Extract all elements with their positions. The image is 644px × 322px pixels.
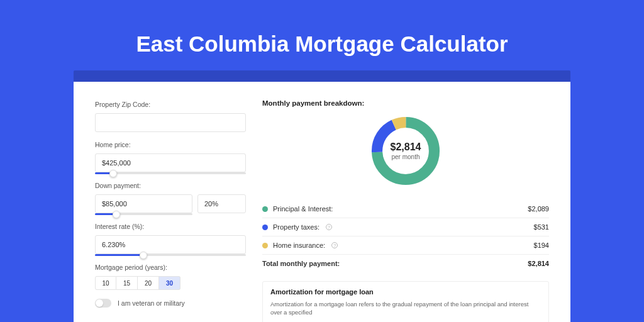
veteran-toggle-knob: [96, 299, 103, 307]
breakdown-column: Monthly payment breakdown: $2,814 per mo…: [262, 99, 549, 322]
rate-slider[interactable]: [95, 254, 246, 256]
down-slider-thumb[interactable]: [113, 211, 120, 218]
amortization-box: Amortization for mortgage loan Amortizat…: [262, 281, 549, 322]
down-slider[interactable]: [95, 213, 192, 215]
price-slider[interactable]: [95, 172, 246, 174]
period-button-10[interactable]: 10: [95, 276, 116, 290]
breakdown-row: Principal & Interest:$2,089: [262, 200, 549, 218]
total-value: $2,814: [528, 260, 549, 267]
breakdown-row-value: $531: [534, 223, 549, 231]
veteran-toggle[interactable]: [95, 299, 111, 308]
breakdown-row-value: $194: [534, 242, 549, 249]
breakdown-row-value: $2,089: [528, 205, 549, 213]
period-button-20[interactable]: 20: [138, 276, 159, 290]
legend-dot-icon: [262, 206, 268, 212]
zip-label: Property Zip Code:: [95, 101, 246, 108]
amortization-title: Amortization for mortgage loan: [270, 288, 541, 296]
breakdown-title: Monthly payment breakdown:: [262, 99, 549, 107]
breakdown-row: Property taxes:?$531: [262, 218, 549, 236]
total-label: Total monthly payment:: [262, 260, 340, 267]
zip-input[interactable]: [95, 113, 246, 132]
veteran-label: I am veteran or military: [118, 299, 185, 307]
breakdown-row-label: Principal & Interest:: [273, 205, 333, 213]
rate-slider-thumb[interactable]: [140, 252, 147, 259]
period-button-30[interactable]: 30: [159, 276, 180, 290]
rate-label: Interest rate (%):: [95, 223, 246, 230]
breakdown-total-row: Total monthly payment: $2,814: [262, 254, 549, 272]
donut-center-period: per month: [391, 153, 419, 160]
donut-center-amount: $2,814: [391, 142, 421, 153]
card-outer: Property Zip Code: Home price: Down paym…: [74, 70, 570, 322]
card-inner: Property Zip Code: Home price: Down paym…: [74, 82, 570, 322]
breakdown-row-label: Home insurance:: [273, 242, 325, 249]
breakdown-row-label: Property taxes:: [273, 223, 319, 231]
donut-chart: $2,814 per month: [368, 113, 443, 189]
breakdown-rows: Principal & Interest:$2,089Property taxe…: [262, 200, 549, 254]
price-slider-thumb[interactable]: [109, 170, 117, 177]
help-icon[interactable]: ?: [326, 224, 332, 230]
down-amount-input[interactable]: [95, 194, 192, 213]
page-title: East Columbia Mortgage Calculator: [136, 31, 508, 57]
period-button-group: 10152030: [95, 276, 246, 290]
help-icon[interactable]: ?: [331, 242, 338, 248]
legend-dot-icon: [262, 243, 268, 248]
rate-input[interactable]: [95, 235, 246, 254]
period-button-15[interactable]: 15: [116, 276, 138, 290]
legend-dot-icon: [262, 225, 268, 230]
down-pct-input[interactable]: [197, 194, 246, 213]
period-label: Mortgage period (years):: [95, 264, 246, 271]
form-column: Property Zip Code: Home price: Down paym…: [95, 99, 246, 322]
price-input[interactable]: [95, 153, 246, 172]
donut-chart-wrap: $2,814 per month: [262, 113, 549, 189]
amortization-text: Amortization for a mortgage loan refers …: [270, 301, 541, 317]
down-label: Down payment:: [95, 182, 246, 189]
breakdown-row: Home insurance:?$194: [262, 236, 549, 254]
price-label: Home price:: [95, 141, 246, 148]
